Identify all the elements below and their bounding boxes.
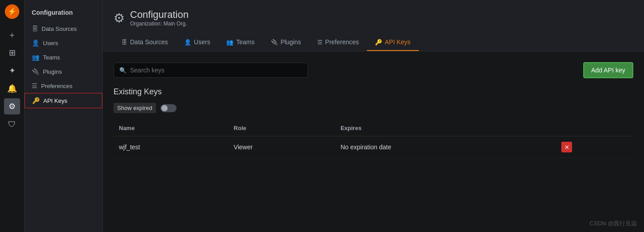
sidebar-item-users[interactable]: 👤 Users: [25, 36, 102, 50]
header-text: Configuration Organization: Main Org.: [130, 9, 189, 27]
page-subtitle: Organization: Main Org.: [130, 21, 189, 27]
sidebar-config-icon[interactable]: ⚙: [4, 98, 20, 114]
sidebar-shield-icon[interactable]: 🛡: [4, 116, 20, 132]
sidebar-item-preferences[interactable]: ☰ Preferences: [25, 79, 102, 93]
tab-teams[interactable]: 👥 Teams: [218, 34, 262, 51]
keys-table: Name Role Expires wjf_test Viewer No exp…: [114, 120, 633, 158]
key-delete-cell: ✕: [556, 136, 633, 158]
config-submenu: Configuration 🗄 Data Sources 👤 Users 👥 T…: [25, 0, 103, 232]
sidebar-item-teams[interactable]: 👥 Teams: [25, 50, 102, 64]
page-header: ⚙ Configuration Organization: Main Org. …: [103, 0, 644, 51]
header-title-row: ⚙ Configuration Organization: Main Org.: [114, 9, 633, 27]
data-sources-icon: 🗄: [32, 25, 38, 32]
existing-keys-title: Existing Keys: [114, 87, 633, 97]
sidebar-item-data-sources[interactable]: 🗄 Data Sources: [25, 21, 102, 36]
plugins-icon: 🔌: [32, 68, 39, 75]
key-expires: No expiration date: [335, 136, 556, 158]
tab-api-keys-icon: 🔑: [375, 39, 382, 46]
add-api-key-button[interactable]: Add API key: [583, 62, 633, 78]
search-icon: 🔍: [119, 67, 126, 74]
config-menu-title: Configuration: [25, 5, 102, 21]
table-row: wjf_test Viewer No expiration date ✕: [114, 136, 633, 158]
tab-teams-icon: 👥: [226, 39, 233, 46]
sidebar-add-icon[interactable]: ＋: [4, 27, 20, 43]
top-controls: 🔍 Add API key: [114, 62, 633, 78]
page-title: Configuration: [130, 9, 189, 21]
search-box[interactable]: 🔍: [114, 63, 308, 78]
sidebar-item-plugins[interactable]: 🔌 Plugins: [25, 64, 102, 79]
col-expires: Expires: [335, 120, 556, 136]
api-keys-icon: 🔑: [32, 97, 40, 104]
preferences-icon: ☰: [32, 82, 38, 89]
tab-data-sources[interactable]: 🗄 Data Sources: [114, 34, 176, 51]
bottom-credit: CSDN @践行见远: [589, 219, 637, 228]
sidebar-bell-icon[interactable]: 🔔: [4, 80, 20, 97]
key-name: wjf_test: [114, 136, 228, 158]
tab-api-keys[interactable]: 🔑 API Keys: [367, 34, 419, 51]
col-role: Role: [228, 120, 335, 136]
key-role: Viewer: [228, 136, 335, 158]
tab-preferences-icon: ☰: [317, 39, 323, 46]
tabs: 🗄 Data Sources 👤 Users 👥 Teams 🔌 Plugins…: [114, 34, 633, 51]
tab-plugins-icon: 🔌: [271, 39, 278, 46]
tab-plugins[interactable]: 🔌 Plugins: [263, 34, 309, 51]
col-actions: [556, 120, 633, 136]
svg-text:⚡: ⚡: [8, 7, 17, 16]
show-expired-toggle[interactable]: [160, 104, 177, 112]
tab-preferences[interactable]: ☰ Preferences: [309, 34, 367, 51]
search-input[interactable]: [130, 67, 302, 74]
tab-users-icon: 👤: [184, 39, 191, 46]
sidebar-item-api-keys[interactable]: 🔑 API Keys: [25, 93, 102, 108]
config-header-icon: ⚙: [114, 11, 125, 25]
teams-icon: 👥: [32, 54, 39, 61]
tab-users[interactable]: 👤 Users: [176, 34, 219, 51]
show-expired-row: Show expired: [114, 103, 633, 113]
sidebar-icon-strip: ⚡ ＋ ⊞ ✦ 🔔 ⚙ 🛡: [0, 0, 25, 232]
users-icon: 👤: [32, 39, 39, 46]
delete-key-button[interactable]: ✕: [561, 142, 572, 152]
content-area: 🔍 Add API key Existing Keys Show expired…: [103, 51, 644, 232]
col-name: Name: [114, 120, 228, 136]
tab-data-sources-icon: 🗄: [122, 39, 127, 46]
sidebar-dashboard-icon[interactable]: ⊞: [4, 45, 20, 61]
sidebar-explore-icon[interactable]: ✦: [4, 63, 20, 79]
show-expired-label: Show expired: [114, 103, 156, 113]
app-logo: ⚡: [4, 4, 20, 20]
main-content: ⚙ Configuration Organization: Main Org. …: [103, 0, 644, 232]
